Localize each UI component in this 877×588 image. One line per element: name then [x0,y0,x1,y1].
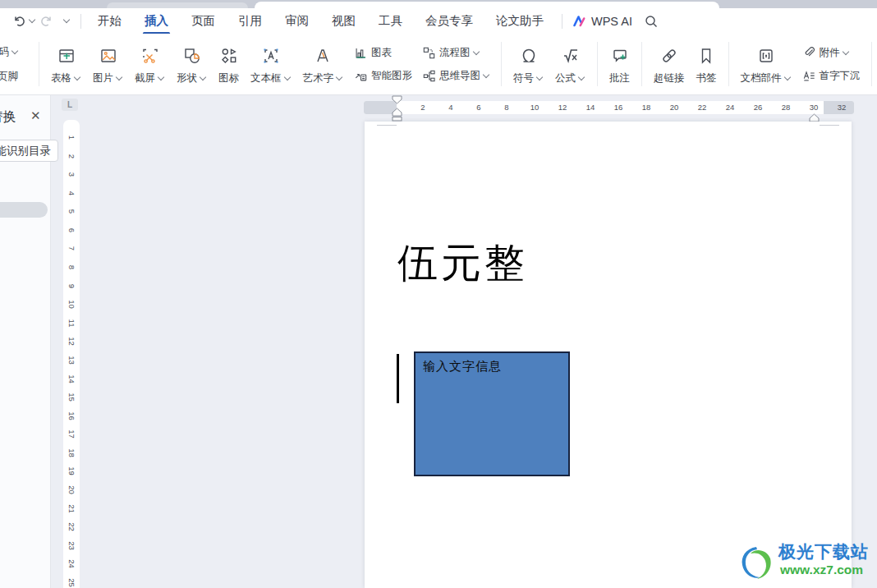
smartart-icon [354,69,368,83]
undo-icon [13,15,26,28]
undo-dropdown-chevron-icon[interactable] [29,16,35,23]
search-icon [644,14,659,29]
horizontal-ruler-number: 16 [614,102,623,113]
menu-tab-1[interactable]: 开始 [96,9,123,33]
tab-stop-selector[interactable]: L [62,99,78,111]
document-page[interactable]: 伍元整 输入文字信息 [365,122,852,588]
attachment-icon [802,46,816,60]
wps-ai-button[interactable]: WPS AI [572,15,632,28]
sidebar-panel-title: 替换 [0,108,16,126]
ribbon-button-label: 书签 [696,71,717,85]
ribbon-button-label: 首字下沉 [820,69,861,83]
menu-tab-7[interactable]: 工具 [377,9,404,33]
sidebar-pill[interactable] [0,202,48,218]
menu-tab-2[interactable]: 插入 [143,9,170,33]
menu-tab-5[interactable]: 审阅 [283,9,310,33]
ribbon-button-attachment[interactable]: 附件 [802,46,861,60]
vertical-ruler: 1234567891011121314151617181920212223242… [63,120,80,588]
vertical-ruler-number: 16 [67,407,76,424]
vertical-ruler-number: 12 [67,333,76,350]
vertical-ruler-number: 5 [67,204,76,220]
undo-button[interactable] [13,15,36,28]
horizontal-ruler-number: 28 [782,102,791,113]
screenshot-icon [141,47,159,65]
ribbon-button-textbox[interactable]: 文本框 [245,39,297,89]
ribbon-button-label: 文档部件 [741,71,782,85]
hanging-indent-marker[interactable] [392,108,402,122]
first-line-indent-marker[interactable] [392,95,402,104]
watermark-title: 极光下载站 [778,540,869,563]
mindmap-icon [422,69,436,83]
toolbar-more-chevron-icon[interactable] [63,16,70,23]
sidebar-panel: 替换 ✕ 智能识别目录 [0,95,51,588]
ribbon-insert: 页码 页眉页脚 表格 图片 截屏 形状 图标 文本框 艺术字图表智能图形流程图思… [0,34,877,95]
docpart-icon [757,47,775,65]
search-button[interactable] [644,14,659,29]
ribbon-button-dropcap[interactable]: 首字下沉 [802,69,861,83]
ribbon-button-symbol[interactable]: 符号 [507,39,549,89]
page-number-button[interactable]: 页码 [0,45,9,59]
close-icon[interactable]: ✕ [30,108,41,123]
vertical-ruler-number: 11 [67,315,76,331]
chevron-down-icon [483,71,489,77]
menu-tab-3[interactable]: 页面 [190,9,217,33]
document-heading-text[interactable]: 伍元整 [397,237,528,291]
ribbon-button-screenshot[interactable]: 截屏 [129,39,171,89]
wps-writer-window: 开始插入页面引用审阅视图工具会员专享论文助手 WPS AI 页码 页眉页脚 表格… [0,0,877,588]
horizontal-ruler-number: 18 [642,102,651,113]
menu-tab-8[interactable]: 会员专享 [424,9,475,33]
menu-tab-6[interactable]: 视图 [330,9,357,33]
vertical-ruler-number: 25 [67,574,76,588]
dropcap-icon [802,69,816,83]
ribbon-button-flowchart[interactable]: 流程图 [422,46,490,60]
redo-button[interactable] [39,15,53,28]
chevron-down-icon [11,48,18,54]
watermark-url[interactable]: www.xz7.com [780,563,863,577]
divider [562,14,562,29]
bookmark-icon [697,47,715,65]
ribbon-button-shapes[interactable]: 形状 [171,39,213,89]
ribbon-button-docpart[interactable]: 文档部件 [735,39,797,89]
ribbon-button-label: 图表 [371,46,392,60]
menu-tab-9[interactable]: 论文助手 [494,9,545,33]
chevron-down-icon [74,74,80,80]
vertical-ruler-number: 3 [67,167,76,183]
flowchart-icon [422,46,436,60]
inserted-rectangle-shape[interactable]: 输入文字信息 [414,351,570,476]
ribbon-button-label: 形状 [177,71,197,85]
site-watermark: 极光下载站 www.xz7.com [737,539,877,586]
smart-toc-button[interactable]: 智能识别目录 [0,140,58,162]
document-tab-strip [0,0,877,8]
header-footer-button[interactable]: 页眉页脚 [0,70,18,84]
ribbon-button-formula[interactable]: 公式 [549,39,591,89]
ribbon-button-smartart[interactable]: 智能图形 [354,69,412,83]
ribbon-button-mindmap[interactable]: 思维导图 [422,69,490,83]
horizontal-ruler-number: 2 [420,102,425,113]
vertical-ruler-number: 8 [67,260,76,276]
ribbon-button-label: 智能图形 [371,69,412,83]
ribbon-button-hyperlink[interactable]: 超链接 [648,39,691,89]
ribbon-button-bookmark[interactable]: 书签 [691,39,723,89]
vertical-ruler-number: 23 [67,537,76,554]
formula-icon [562,47,580,65]
chevron-down-icon [842,48,848,54]
menu-tab-4[interactable]: 引用 [236,9,264,33]
ribbon-button-picture[interactable]: 图片 [87,39,129,89]
ribbon-button-wordart[interactable]: 艺术字 [297,39,350,89]
vertical-ruler-number: 24 [67,556,76,572]
ribbon-button-table[interactable]: 表格 [45,39,87,89]
ribbon-button-label: 公式 [555,71,576,85]
horizontal-ruler-number: 22 [698,102,707,113]
vertical-ruler-number: 14 [67,370,76,387]
ribbon-button-label: 艺术字 [303,71,334,85]
ribbon-button-comment[interactable]: 批注 [604,39,636,89]
vertical-ruler-number: 21 [67,500,76,517]
ribbon-button-chart[interactable]: 图表 [354,46,412,60]
ribbon-button-icons[interactable]: 图标 [213,39,245,89]
horizontal-ruler-number: 10 [530,102,540,113]
chevron-down-icon [158,74,164,80]
horizontal-ruler-number: 30 [810,102,819,113]
rectangle-placeholder-text[interactable]: 输入文字信息 [423,359,502,374]
symbol-icon [520,47,538,65]
vertical-ruler-number: 18 [67,444,76,461]
